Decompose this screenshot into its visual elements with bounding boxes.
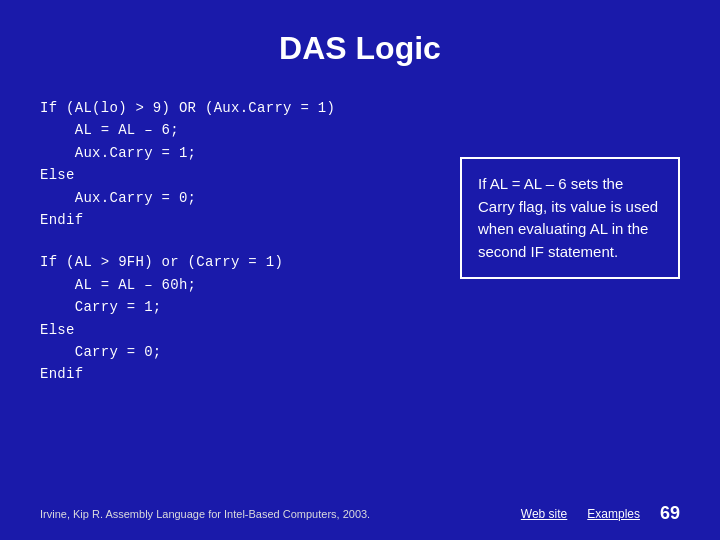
code-line-1-6: Endif xyxy=(40,209,440,231)
info-box: If AL = AL – 6 sets the Carry flag, its … xyxy=(460,157,680,279)
code-line-1-5: Aux.Carry = 0; xyxy=(40,187,440,209)
footer: Irvine, Kip R. Assembly Language for Int… xyxy=(40,503,680,524)
footer-web-site-link[interactable]: Web site xyxy=(521,507,567,521)
slide-title: DAS Logic xyxy=(40,30,680,67)
code-line-2-5: Carry = 0; xyxy=(40,341,440,363)
code-line-2-3: Carry = 1; xyxy=(40,296,440,318)
code-line-2-2: AL = AL – 60h; xyxy=(40,274,440,296)
code-block-1: If (AL(lo) > 9) OR (Aux.Carry = 1) AL = … xyxy=(40,97,440,231)
code-line-1-3: Aux.Carry = 1; xyxy=(40,142,440,164)
code-line-1-4: Else xyxy=(40,164,440,186)
code-line-1-2: AL = AL – 6; xyxy=(40,119,440,141)
footer-citation: Irvine, Kip R. Assembly Language for Int… xyxy=(40,508,370,520)
footer-links: Web site Examples 69 xyxy=(521,503,680,524)
content-area: If (AL(lo) > 9) OR (Aux.Carry = 1) AL = … xyxy=(40,97,680,406)
code-line-1-1: If (AL(lo) > 9) OR (Aux.Carry = 1) xyxy=(40,97,440,119)
code-line-2-6: Endif xyxy=(40,363,440,385)
code-section: If (AL(lo) > 9) OR (Aux.Carry = 1) AL = … xyxy=(40,97,440,406)
slide: DAS Logic If (AL(lo) > 9) OR (Aux.Carry … xyxy=(0,0,720,540)
footer-examples-link[interactable]: Examples xyxy=(587,507,640,521)
code-line-2-1: If (AL > 9FH) or (Carry = 1) xyxy=(40,251,440,273)
footer-page-number: 69 xyxy=(660,503,680,524)
code-line-2-4: Else xyxy=(40,319,440,341)
code-block-2: If (AL > 9FH) or (Carry = 1) AL = AL – 6… xyxy=(40,251,440,385)
